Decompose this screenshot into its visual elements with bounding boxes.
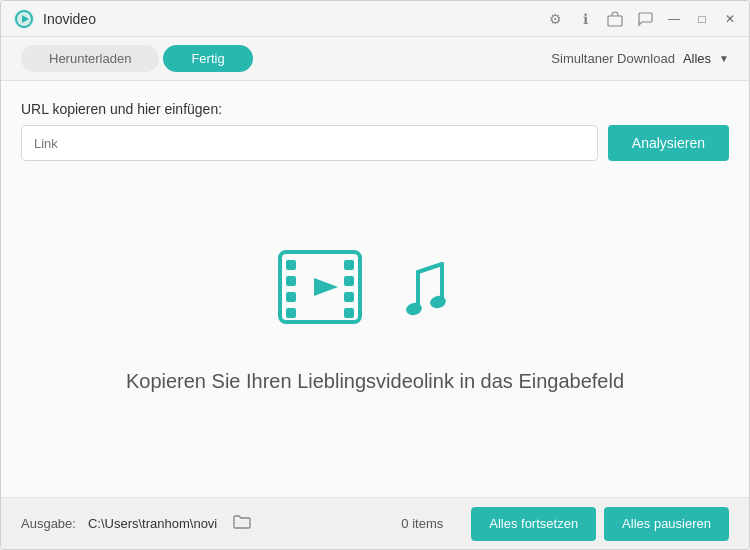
toolbar-icons: ⚙ ℹ [547, 11, 653, 27]
svg-rect-3 [608, 16, 622, 26]
url-input-row: Analysieren [21, 125, 729, 161]
bottom-buttons: Alles fortsetzen Alles pausieren [471, 507, 729, 541]
window-controls: — □ ✕ [667, 12, 737, 26]
maximize-button[interactable]: □ [695, 12, 709, 26]
tab-done[interactable]: Fertig [163, 45, 252, 72]
svg-line-16 [418, 264, 442, 272]
bottom-bar: Ausgabe: C:\Users\tranhom\novi 0 items A… [1, 497, 749, 549]
svg-rect-11 [344, 292, 354, 302]
svg-rect-9 [344, 260, 354, 270]
folder-icon[interactable] [233, 514, 251, 534]
app-title: Inovideo [43, 11, 547, 27]
output-path: C:\Users\tranhom\novi [88, 516, 217, 531]
pause-all-button[interactable]: Alles pausieren [604, 507, 729, 541]
svg-point-18 [429, 294, 448, 310]
svg-rect-6 [286, 276, 296, 286]
concurrent-download-section: Simultaner Download Alles ▼ [551, 51, 729, 66]
svg-rect-12 [344, 308, 354, 318]
analyze-button[interactable]: Analysieren [608, 125, 729, 161]
chat-icon[interactable] [637, 11, 653, 27]
concurrent-label: Simultaner Download [551, 51, 675, 66]
empty-state: Kopieren Sie Ihren Lieblingsvideolink in… [21, 177, 729, 497]
continue-all-button[interactable]: Alles fortsetzen [471, 507, 596, 541]
empty-state-icons [270, 242, 480, 342]
store-icon[interactable] [607, 11, 623, 27]
svg-rect-7 [286, 292, 296, 302]
output-label: Ausgabe: [21, 516, 76, 531]
concurrent-value: Alles [683, 51, 711, 66]
items-count: 0 items [401, 516, 443, 531]
svg-point-17 [405, 301, 424, 317]
minimize-button[interactable]: — [667, 12, 681, 26]
url-input[interactable] [21, 125, 598, 161]
url-section: URL kopieren und hier einfügen: Analysie… [21, 101, 729, 161]
tab-download[interactable]: Herunterladen [21, 45, 159, 72]
tab-bar: Herunterladen Fertig Simultaner Download… [1, 37, 749, 81]
film-icon [270, 242, 380, 342]
music-icon [390, 252, 480, 342]
url-label: URL kopieren und hier einfügen: [21, 101, 729, 117]
concurrent-dropdown-arrow[interactable]: ▼ [719, 53, 729, 64]
svg-rect-10 [344, 276, 354, 286]
main-window: Inovideo ⚙ ℹ — □ ✕ Herunterladen [0, 0, 750, 550]
title-bar: Inovideo ⚙ ℹ — □ ✕ [1, 1, 749, 37]
tabs: Herunterladen Fertig [21, 45, 253, 72]
main-content: URL kopieren und hier einfügen: Analysie… [1, 81, 749, 497]
svg-rect-8 [286, 308, 296, 318]
app-logo [13, 8, 35, 30]
close-button[interactable]: ✕ [723, 12, 737, 26]
settings-icon[interactable]: ⚙ [547, 11, 563, 27]
info-icon[interactable]: ℹ [577, 11, 593, 27]
svg-marker-13 [314, 278, 338, 296]
svg-rect-5 [286, 260, 296, 270]
empty-state-text: Kopieren Sie Ihren Lieblingsvideolink in… [126, 370, 624, 393]
